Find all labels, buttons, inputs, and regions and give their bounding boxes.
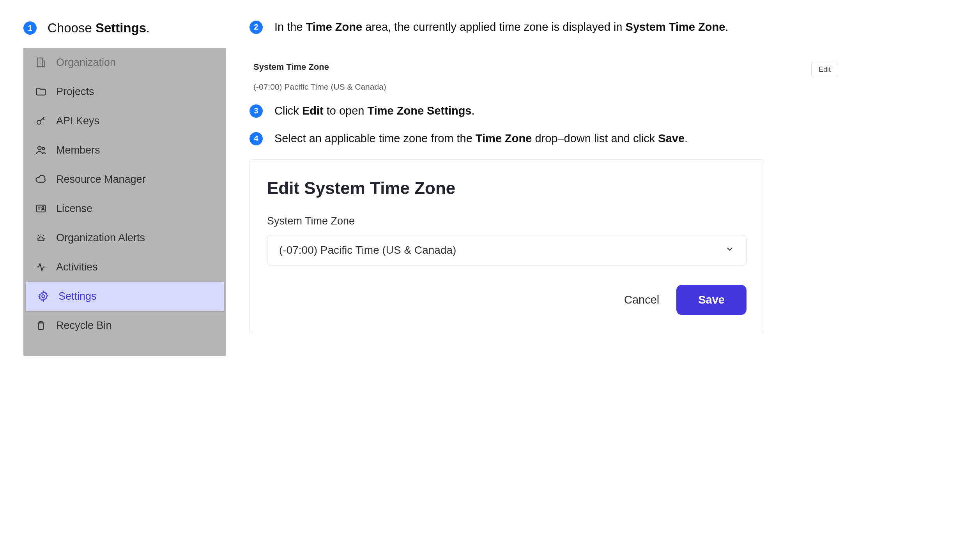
t: to open bbox=[324, 104, 368, 117]
folder-icon bbox=[35, 86, 47, 97]
t: Edit bbox=[302, 104, 324, 117]
svg-rect-4 bbox=[37, 205, 46, 212]
alert-icon bbox=[35, 232, 47, 244]
sidebar-item-label: Members bbox=[56, 144, 100, 156]
sidebar-item-label: API Keys bbox=[56, 115, 99, 127]
t: System Time Zone bbox=[626, 21, 725, 33]
step1-suffix: . bbox=[146, 21, 150, 35]
save-button[interactable]: Save bbox=[676, 285, 747, 315]
svg-point-1 bbox=[37, 120, 41, 124]
step-1: 1 Choose Settings. bbox=[23, 19, 226, 37]
gear-icon bbox=[37, 290, 49, 302]
trash-icon bbox=[35, 320, 47, 331]
step-3-text: Click Edit to open Time Zone Settings. bbox=[274, 103, 475, 118]
step-badge-2: 2 bbox=[249, 21, 263, 34]
system-time-zone-label: System Time Zone bbox=[253, 62, 386, 72]
svg-point-3 bbox=[42, 147, 44, 150]
sidebar-item-projects[interactable]: Projects bbox=[23, 77, 226, 106]
sidebar-item-label: Projects bbox=[56, 86, 94, 98]
t: . bbox=[685, 132, 688, 145]
sidebar-item-recycle-bin[interactable]: Recycle Bin bbox=[23, 311, 226, 340]
t: Select an applicable time zone from the bbox=[274, 132, 476, 145]
t: Click bbox=[274, 104, 302, 117]
step-badge-3: 3 bbox=[249, 104, 263, 118]
step1-bold: Settings bbox=[96, 21, 146, 35]
sidebar-item-label: Activities bbox=[56, 261, 98, 273]
t: Time Zone bbox=[476, 132, 532, 145]
sidebar-item-resource-manager[interactable]: Resource Manager bbox=[23, 165, 226, 194]
time-zone-field-label: System Time Zone bbox=[267, 215, 747, 227]
system-time-zone-value: (-07:00) Pacific Time (US & Canada) bbox=[253, 82, 386, 92]
id-icon bbox=[35, 203, 47, 214]
svg-point-2 bbox=[38, 147, 41, 150]
edit-card-title: Edit System Time Zone bbox=[267, 178, 747, 198]
sidebar-item-activities[interactable]: Activities bbox=[23, 253, 226, 282]
key-icon bbox=[35, 115, 47, 127]
sidebar-item-organization[interactable]: Organization bbox=[23, 48, 226, 77]
left-column: 1 Choose Settings. Organization Projects bbox=[23, 19, 226, 356]
sidebar-item-label: License bbox=[56, 203, 92, 215]
svg-point-5 bbox=[42, 207, 44, 208]
t: drop–down list and click bbox=[532, 132, 658, 145]
people-icon bbox=[35, 144, 47, 156]
sidebar-item-license[interactable]: License bbox=[23, 194, 226, 223]
step-2-text: In the Time Zone area, the currently app… bbox=[274, 19, 728, 35]
sidebar-item-members[interactable]: Members bbox=[23, 136, 226, 165]
step-4-text: Select an applicable time zone from the … bbox=[274, 131, 688, 146]
t: area, the currently applied time zone is… bbox=[362, 21, 625, 33]
sidebar-item-organization-alerts[interactable]: Organization Alerts bbox=[23, 223, 226, 253]
cloud-icon bbox=[35, 173, 47, 185]
t: . bbox=[472, 104, 475, 117]
sidebar-item-label: Resource Manager bbox=[56, 173, 146, 185]
svg-rect-7 bbox=[39, 323, 44, 329]
chevron-down-icon bbox=[725, 244, 734, 256]
step-3: 3 Click Edit to open Time Zone Settings. bbox=[249, 103, 873, 118]
sidebar-item-label: Settings bbox=[58, 290, 97, 302]
svg-rect-0 bbox=[37, 58, 42, 67]
sidebar-item-label: Recycle Bin bbox=[56, 320, 112, 332]
activity-icon bbox=[35, 261, 47, 273]
doc-layout: 1 Choose Settings. Organization Projects bbox=[23, 19, 950, 356]
edit-button[interactable]: Edit bbox=[811, 62, 838, 77]
svg-point-6 bbox=[42, 295, 45, 298]
right-column: 2 In the Time Zone area, the currently a… bbox=[249, 19, 873, 333]
step-1-text: Choose Settings. bbox=[48, 19, 150, 37]
sidebar-panel: Organization Projects API Keys Members bbox=[23, 48, 226, 356]
t: Save bbox=[658, 132, 685, 145]
building-icon bbox=[35, 57, 47, 68]
time-zone-select-value: (-07:00) Pacific Time (US & Canada) bbox=[279, 244, 456, 256]
step-2: 2 In the Time Zone area, the currently a… bbox=[249, 19, 873, 35]
sidebar-item-label: Organization bbox=[56, 57, 116, 69]
system-time-zone-block: System Time Zone (-07:00) Pacific Time (… bbox=[253, 62, 838, 92]
sidebar-item-label: Organization Alerts bbox=[56, 232, 145, 244]
tz-left: System Time Zone (-07:00) Pacific Time (… bbox=[253, 62, 386, 92]
sidebar-item-api-keys[interactable]: API Keys bbox=[23, 106, 226, 136]
t: In the bbox=[274, 21, 306, 33]
t: Time Zone Settings bbox=[368, 104, 472, 117]
sidebar-item-settings[interactable]: Settings bbox=[26, 282, 224, 311]
t: . bbox=[725, 21, 728, 33]
cancel-button[interactable]: Cancel bbox=[624, 293, 659, 306]
step1-prefix: Choose bbox=[48, 21, 96, 35]
card-button-row: Cancel Save bbox=[267, 285, 747, 315]
t: Time Zone bbox=[306, 21, 363, 33]
step-badge-1: 1 bbox=[23, 21, 37, 35]
step-badge-4: 4 bbox=[249, 132, 263, 145]
edit-time-zone-card: Edit System Time Zone System Time Zone (… bbox=[249, 159, 764, 333]
time-zone-select[interactable]: (-07:00) Pacific Time (US & Canada) bbox=[267, 235, 747, 265]
step-4: 4 Select an applicable time zone from th… bbox=[249, 131, 873, 146]
